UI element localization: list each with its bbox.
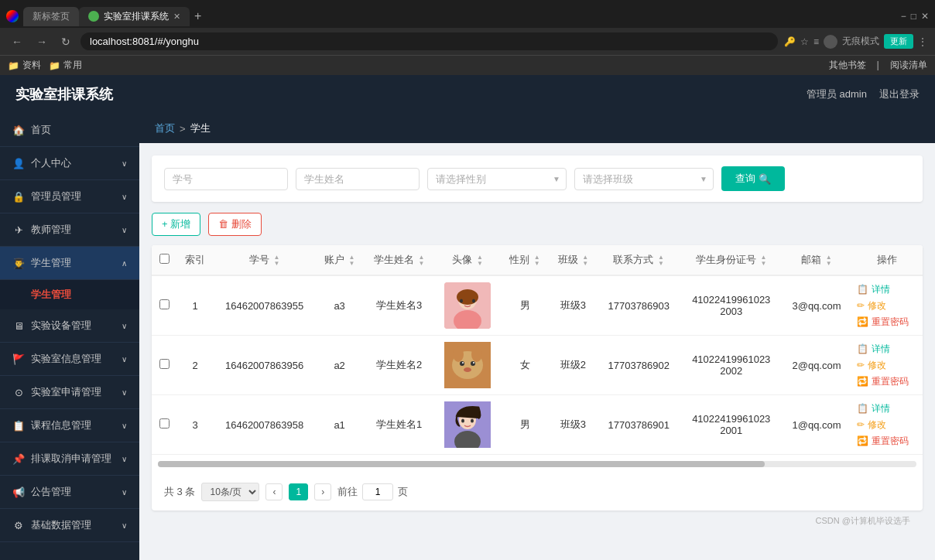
chevron-basic: ∨ <box>122 521 127 530</box>
detail-button-3[interactable]: 📋 详情 <box>857 402 889 415</box>
td-class-2: 班级2 <box>549 336 597 395</box>
bookmark-changyong[interactable]: 📁 常用 <box>49 59 82 72</box>
sidebar-item-personal[interactable]: 👤 个人中心 ∨ <box>0 147 139 180</box>
back-button[interactable]: ← <box>8 34 26 50</box>
row-checkbox-2[interactable] <box>159 359 170 369</box>
bookmark-ziliao[interactable]: 📁 资料 <box>8 59 41 72</box>
tab-active[interactable]: 实验室排课系统 ✕ <box>79 7 190 26</box>
sidebar-item-lab-info[interactable]: 🚩 实验室信息管理 ∨ <box>0 343 139 376</box>
svg-point-13 <box>462 362 464 364</box>
sidebar-item-announcement[interactable]: 📢 公告管理 ∨ <box>0 476 139 509</box>
svg-point-8 <box>453 347 464 362</box>
td-phone-3: 17703786901 <box>598 395 680 455</box>
edit-button-1[interactable]: ✏ 修改 <box>857 299 885 312</box>
reading-list[interactable]: 阅读清单 <box>890 59 927 72</box>
th-account[interactable]: 账户 ▲▼ <box>315 245 363 275</box>
minimize-icon[interactable]: − <box>901 11 906 22</box>
pin-icon: 📌 <box>12 453 25 465</box>
td-student-id-3: 16462007863958 <box>214 395 316 455</box>
star-icon[interactable]: ☆ <box>800 36 809 47</box>
search-student-id[interactable] <box>164 168 288 190</box>
forward-button[interactable]: → <box>33 34 51 50</box>
chevron-equipment: ∨ <box>122 322 127 330</box>
th-name[interactable]: 学生姓名 ▲▼ <box>364 245 435 275</box>
edit-button-3[interactable]: ✏ 修改 <box>857 418 885 432</box>
next-page-button[interactable]: › <box>314 483 331 500</box>
th-phone[interactable]: 联系方式 ▲▼ <box>598 245 680 275</box>
select-all-checkbox[interactable] <box>159 254 170 264</box>
student-table: 索引 学号 ▲▼ 账户 ▲▼ 学生姓名 ▲▼ 头像 ▲▼ 性别 ▲▼ 班级 ▲▼… <box>152 245 923 455</box>
reset-pwd-button-3[interactable]: 🔁 重置密码 <box>857 435 908 448</box>
update-button[interactable]: 更新 <box>884 34 913 49</box>
page-1-button[interactable]: 1 <box>289 483 308 500</box>
row-checkbox-1[interactable] <box>159 299 170 309</box>
search-icon: 🔍 <box>759 173 771 185</box>
restore-icon[interactable]: □ <box>911 11 916 22</box>
sidebar-item-admin-mgmt[interactable]: 🔒 管理员管理 ∨ <box>0 180 139 213</box>
sidebar-item-equipment[interactable]: 🖥 实验设备管理 ∨ <box>0 309 139 343</box>
sort-name: ▲▼ <box>418 254 424 267</box>
td-email-1: 3@qq.com <box>783 275 851 336</box>
tab-active-label: 实验室排课系统 <box>104 10 169 23</box>
more-icon[interactable]: ⋮ <box>918 36 927 47</box>
address-bar[interactable] <box>80 32 778 50</box>
td-phone-1: 17703786903 <box>598 275 680 336</box>
breadcrumb-home[interactable]: 首页 <box>155 121 175 135</box>
th-class[interactable]: 班级 ▲▼ <box>549 245 597 275</box>
svg-point-5 <box>472 299 475 303</box>
other-bookmarks[interactable]: 其他书签 <box>829 59 866 72</box>
sidebar-item-student-mgmt[interactable]: 👨‍🎓 学生管理 ∧ <box>0 247 139 280</box>
chevron-announce: ∨ <box>122 488 127 497</box>
td-email-2: 2@qq.com <box>783 336 851 395</box>
sidebar-item-cancel-apply[interactable]: 📌 排课取消申请管理 ∨ <box>0 442 139 476</box>
detail-button-1[interactable]: 📋 详情 <box>857 283 889 296</box>
chevron-lab-info: ∨ <box>122 355 127 364</box>
gender-select[interactable]: 请选择性别 男 女 <box>427 168 567 190</box>
th-idcard[interactable]: 学生身份证号 ▲▼ <box>680 245 783 275</box>
table-header-row: 索引 学号 ▲▼ 账户 ▲▼ 学生姓名 ▲▼ 头像 ▲▼ 性别 ▲▼ 班级 ▲▼… <box>152 245 923 275</box>
sidebar-item-lab-apply[interactable]: ⊙ 实验室申请管理 ∨ <box>0 376 139 409</box>
td-phone-2: 17703786902 <box>598 336 680 395</box>
bookmarks-bar: 📁 资料 📁 常用 其他书签 | 阅读清单 <box>0 55 935 75</box>
reset-pwd-button-1[interactable]: 🔁 重置密码 <box>857 316 908 329</box>
lock-icon: 🔒 <box>12 191 25 203</box>
sidebar-item-home[interactable]: 🏠 首页 <box>0 114 139 147</box>
tab-new[interactable]: 新标签页 <box>23 7 79 26</box>
reset-pwd-button-2[interactable]: 🔁 重置密码 <box>857 375 908 388</box>
edit-button-2[interactable]: ✏ 修改 <box>857 359 885 372</box>
prev-page-button[interactable]: ‹ <box>265 483 283 500</box>
horizontal-scrollbar[interactable] <box>152 455 923 473</box>
detail-button-2[interactable]: 📋 详情 <box>857 343 889 356</box>
th-email[interactable]: 邮箱 ▲▼ <box>783 245 851 275</box>
new-tab-button[interactable]: + <box>190 9 206 23</box>
tab-close-icon[interactable]: ✕ <box>173 12 180 22</box>
add-button[interactable]: + 新增 <box>152 213 200 236</box>
delete-button[interactable]: 🗑 删除 <box>208 213 262 236</box>
sidebar-home-label: 首页 <box>31 123 51 137</box>
refresh-button[interactable]: ↻ <box>57 34 74 50</box>
page-size-select[interactable]: 10条/页 20条/页 50条/页 <box>201 483 259 501</box>
row-checkbox-3[interactable] <box>159 418 170 429</box>
td-class-1: 班级3 <box>549 275 597 336</box>
th-student-id[interactable]: 学号 ▲▼ <box>214 245 316 275</box>
browser-nav: ← → ↻ 🔑 ☆ ≡ 无痕模式 更新 ⋮ <box>0 28 935 55</box>
pagination: 共 3 条 10条/页 20条/页 50条/页 ‹ 1 › 前往 页 <box>152 473 923 510</box>
search-bar: 请选择性别 男 女 请选择班级 班级1 班级2 班级3 <box>152 155 923 202</box>
th-gender[interactable]: 性别 ▲▼ <box>501 245 549 275</box>
class-select[interactable]: 请选择班级 班级1 班级2 班级3 <box>574 168 714 190</box>
home-icon: 🏠 <box>12 125 25 136</box>
sidebar-item-teacher-mgmt[interactable]: ✈ 教师管理 ∨ <box>0 213 139 247</box>
watermark: CSDN @计算机毕设选手 <box>152 510 923 531</box>
sort-class: ▲▼ <box>582 254 588 267</box>
sidebar-equipment-label: 实验设备管理 <box>31 319 91 333</box>
close-icon[interactable]: ✕ <box>921 11 929 22</box>
query-button[interactable]: 查询 🔍 <box>721 166 785 191</box>
search-student-name[interactable] <box>296 168 420 190</box>
th-avatar[interactable]: 头像 ▲▼ <box>434 245 500 275</box>
logout-button[interactable]: 退出登录 <box>879 87 920 101</box>
sidebar-item-basic-data[interactable]: ⚙ 基础数据管理 ∨ <box>0 509 139 542</box>
table-row: 3 16462007863958 a1 学生姓名1 <box>152 395 923 455</box>
sidebar-sub-student-mgmt[interactable]: 学生管理 <box>0 280 139 309</box>
page-jump-input[interactable] <box>362 483 393 500</box>
sidebar-item-course[interactable]: 📋 课程信息管理 ∨ <box>0 409 139 442</box>
